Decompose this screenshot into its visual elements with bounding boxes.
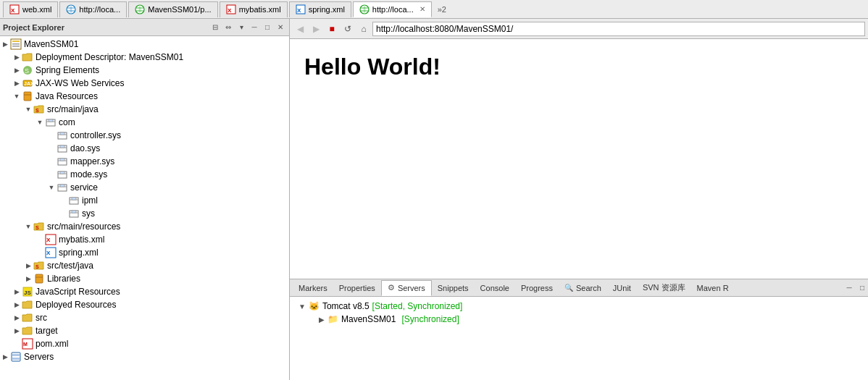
tree-icon-mapper — [57, 156, 68, 167]
tomcat-server-name: Tomcat v8.5 — [322, 301, 370, 311]
tab-markers[interactable]: Markers — [293, 280, 333, 296]
snippets-label: Snippets — [438, 284, 469, 292]
collapse-all-button[interactable]: ⊟ — [209, 22, 221, 33]
tree-icon-src-main-java: S — [33, 104, 45, 115]
tomcat-server-icon: 🐱 — [309, 301, 320, 311]
tree-item-libraries[interactable]: ▶Libraries — [0, 272, 289, 285]
tree-item-javascript-resources[interactable]: ▶JSJavaScript Resources — [0, 285, 289, 298]
tree-item-sys[interactable]: sys — [0, 207, 289, 220]
svg-text:X: X — [11, 7, 15, 14]
browser-icon-1 — [66, 4, 76, 14]
tree-icon-pom-xml: M — [22, 338, 33, 350]
tab-search[interactable]: 🔍 Search — [559, 280, 607, 296]
tree-item-com[interactable]: ▼com — [0, 116, 289, 129]
svg-rect-64 — [12, 358, 20, 360]
minimize-bottom-button[interactable]: ─ — [843, 282, 855, 294]
tree-item-deployed-resources[interactable]: ▶Deployed Resources — [0, 298, 289, 311]
tree-icon-mavenssm01 — [10, 38, 22, 50]
tree-arrow-src-main-java: ▼ — [23, 106, 33, 113]
home-button[interactable]: ⌂ — [356, 22, 371, 36]
tree-item-servers[interactable]: ▶Servers — [0, 350, 289, 363]
refresh-button[interactable]: ↺ — [341, 22, 355, 36]
tree-item-java-resources[interactable]: ▼Java Resources — [0, 90, 289, 103]
tree-label-javascript-resources: JavaScript Resources — [36, 287, 120, 297]
address-input[interactable] — [372, 22, 865, 36]
bottom-panel-controls: ─ □ — [843, 282, 868, 294]
tab-overflow[interactable]: »2 — [433, 4, 451, 15]
mavenssm01-module-item[interactable]: ▶ 📁 MavenSSM01 [Synchronized] — [293, 313, 865, 326]
module-status: [Synchronized] — [401, 314, 459, 324]
tab-svn[interactable]: SVN 资源库 — [637, 280, 691, 296]
svg-rect-17 — [12, 43, 20, 45]
tree-item-service[interactable]: ▼service — [0, 181, 289, 194]
tab-http-loca2[interactable]: http://loca... ✕ — [353, 1, 432, 17]
tab-snippets[interactable]: Snippets — [432, 280, 475, 296]
tomcat-server-item[interactable]: ▼ 🐱 Tomcat v8.5 [Started, Synchronized] — [293, 300, 865, 313]
tree-label-servers: Servers — [24, 352, 54, 362]
tree-icon-mybatis: X — [45, 234, 57, 245]
back-button[interactable]: ◀ — [293, 22, 307, 36]
maximize-bottom-button[interactable]: □ — [856, 282, 868, 294]
close-panel-button[interactable]: ✕ — [275, 22, 286, 33]
search-label: Search — [576, 284, 601, 292]
tab-mavenssm01-p[interactable]: MavenSSM01/p... — [128, 1, 217, 17]
svg-rect-31 — [60, 132, 64, 135]
browser-content: Hello World! — [290, 39, 868, 279]
tree-item-mybatis[interactable]: Xmybatis.xml — [0, 233, 289, 246]
tree-item-mode[interactable]: mode.sys — [0, 168, 289, 181]
tab-servers[interactable]: ⚙ Servers — [381, 280, 432, 296]
tab-progress[interactable]: Progress — [515, 280, 559, 296]
tab-http-loca1-label: http://loca... — [79, 5, 120, 14]
tree-item-src-main-java[interactable]: ▼Ssrc/main/java — [0, 103, 289, 116]
link-with-editor-button[interactable]: ⇔ — [222, 22, 234, 33]
tree-arrow-jax-ws: ▶ — [12, 80, 22, 87]
svn-label: SVN 资源库 — [643, 282, 685, 293]
tree-item-pom-xml[interactable]: Mpom.xml — [0, 337, 289, 350]
panel-menu-button[interactable]: ▾ — [235, 22, 247, 33]
tab-http-loca1[interactable]: http://loca... — [59, 1, 127, 17]
tree-item-src-test-java[interactable]: ▶Ssrc/test/java — [0, 259, 289, 272]
tree-icon-spring: X — [45, 247, 57, 258]
tree-item-src[interactable]: ▶src — [0, 311, 289, 324]
svg-rect-16 — [12, 41, 20, 42]
stop-button[interactable]: ■ — [325, 22, 339, 36]
tab-mybatis-xml[interactable]: X mybatis.xml — [220, 1, 288, 17]
tree-arrow-service: ▼ — [46, 184, 57, 191]
browser-green-icon-2 — [359, 4, 370, 14]
tree-icon-jax-ws: JAX — [22, 77, 33, 89]
junit-label: JUnit — [613, 284, 631, 292]
tab-properties[interactable]: Properties — [333, 280, 381, 296]
tree-item-mapper[interactable]: mapper.sys — [0, 155, 289, 168]
project-tree[interactable]: ▶MavenSSM01▶Deployment Descriptor: Maven… — [0, 36, 289, 380]
svg-rect-34 — [60, 145, 64, 148]
tree-item-controller[interactable]: controller.sys — [0, 129, 289, 142]
tab-web-xml-label: web.xml — [22, 5, 51, 14]
xml-red-icon-2: X — [226, 4, 236, 14]
tab-maven[interactable]: Maven R — [691, 280, 735, 296]
tree-item-spring-elements[interactable]: ▶SSpring Elements — [0, 64, 289, 77]
tree-item-target[interactable]: ▶target — [0, 324, 289, 337]
tree-label-mybatis: mybatis.xml — [59, 235, 104, 245]
module-name: MavenSSM01 — [341, 314, 396, 324]
tree-item-jax-ws[interactable]: ▶JAXJAX-WS Web Services — [0, 77, 289, 90]
tree-item-dao[interactable]: dao.sys — [0, 142, 289, 155]
tree-item-deployment[interactable]: ▶Deployment Descriptor: MavenSSM01 — [0, 51, 289, 64]
tab-console[interactable]: Console — [475, 280, 515, 296]
bottom-panel: Markers Properties ⚙ Servers Snippets Co… — [290, 279, 868, 380]
tree-item-ipml[interactable]: ipml — [0, 194, 289, 207]
tab-spring-xml[interactable]: X spring.xml — [289, 1, 351, 17]
tree-arrow-src-main-resources: ▼ — [23, 223, 33, 230]
servers-label: Servers — [398, 284, 425, 292]
close-tab-icon[interactable]: ✕ — [420, 5, 425, 13]
forward-button[interactable]: ▶ — [309, 22, 323, 36]
tree-item-src-main-resources[interactable]: ▼Ssrc/main/resources — [0, 220, 289, 233]
svg-text:JAX: JAX — [24, 81, 33, 86]
maximize-panel-button[interactable]: □ — [262, 22, 273, 33]
tab-web-xml[interactable]: X web.xml — [3, 1, 58, 17]
tree-item-mavenssm01[interactable]: ▶MavenSSM01 — [0, 38, 289, 51]
minimize-panel-button[interactable]: ─ — [249, 22, 260, 33]
tab-junit[interactable]: JUnit — [607, 280, 637, 296]
tree-arrow-src-test-java: ▶ — [23, 262, 33, 269]
tree-icon-mode — [57, 169, 68, 180]
tree-item-spring[interactable]: Xspring.xml — [0, 246, 289, 259]
